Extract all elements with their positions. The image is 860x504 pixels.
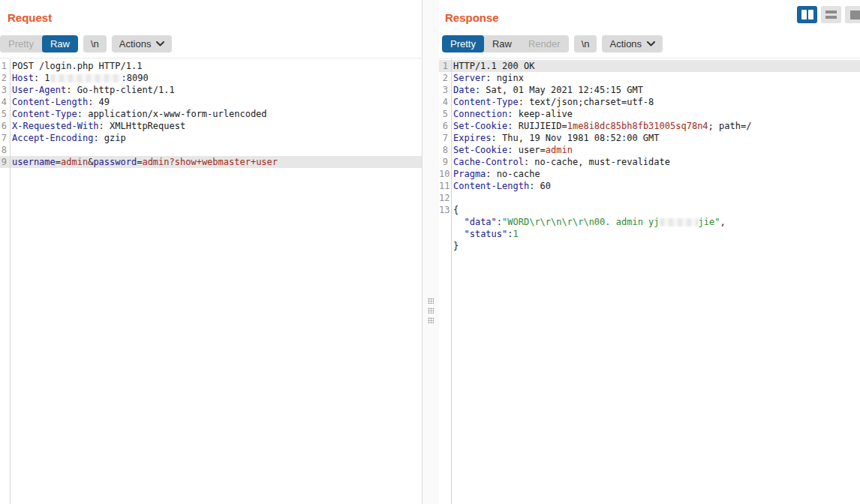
divider-drag-handle-icon[interactable] [428, 298, 434, 323]
request-panel: Request PrettyRaw \n Actions 1POST /logi… [0, 0, 422, 504]
line-number: 4 [0, 96, 9, 108]
line-content: "status":1 [453, 228, 519, 240]
response-actions-label: Actions [609, 38, 642, 50]
code-line[interactable]: 9Cache-Control: no-cache, must-revalidat… [439, 156, 860, 168]
code-line[interactable]: 11Content-Length: 60 [439, 180, 860, 192]
code-line[interactable]: 7Accept-Encoding: gzip [0, 132, 422, 144]
line-number: 5 [0, 108, 9, 120]
request-actions-label: Actions [119, 38, 152, 50]
line-number [439, 216, 450, 228]
request-title: Request [8, 11, 52, 24]
line-number: 9 [0, 156, 9, 168]
tab-pretty[interactable]: Pretty [442, 35, 484, 52]
line-content: X-Requested-With: XMLHttpRequest [12, 120, 185, 132]
split-rows-layout-button[interactable] [821, 6, 841, 23]
code-line[interactable]: 5Content-Type: application/x-www-form-ur… [0, 108, 422, 120]
code-line[interactable]: "status":1 [439, 228, 860, 240]
code-line[interactable]: 6Set-Cookie: RUIJIEID=1me8i8dc85bh8fb310… [439, 120, 860, 132]
request-header: Request [0, 0, 422, 25]
code-line[interactable]: 2Host: 1:8090 [0, 72, 422, 84]
chevron-down-icon [156, 41, 164, 46]
code-line[interactable]: 6X-Requested-With: XMLHttpRequest [0, 120, 422, 132]
code-line[interactable]: 7Expires: Thu, 19 Nov 1981 08:52:00 GMT [439, 132, 860, 144]
line-number [439, 240, 450, 252]
request-newline-toggle-button[interactable]: \n [83, 35, 107, 52]
line-content: Date: Sat, 01 May 2021 12:45:15 GMT [453, 84, 643, 96]
code-line[interactable]: 1POST /login.php HTTP/1.1 [0, 60, 422, 72]
code-line[interactable]: } [439, 240, 860, 252]
response-actions-button[interactable]: Actions [602, 35, 663, 52]
code-line[interactable]: 3User-Agent: Go-http-client/1.1 [0, 84, 422, 96]
line-content: Pragma: no-cache [453, 168, 540, 180]
code-line[interactable]: 2Server: nginx [439, 72, 860, 84]
line-number [439, 228, 450, 240]
code-line[interactable]: 1HTTP/1.1 200 OK [439, 60, 860, 72]
chevron-down-icon [647, 41, 655, 46]
response-newline-toggle-button[interactable]: \n [574, 35, 597, 52]
request-tabbar: PrettyRaw \n Actions [0, 25, 422, 58]
code-line[interactable]: 10Pragma: no-cache [439, 168, 860, 180]
line-content: "data":"WORD\r\r\n\r\r\n00. admin yjjie"… [453, 216, 726, 228]
line-content: Content-Length: 49 [12, 96, 110, 108]
split-columns-layout-button[interactable] [797, 6, 817, 23]
line-number: 2 [439, 72, 450, 84]
single-panel-layout-button[interactable] [845, 6, 860, 23]
code-line[interactable]: 8Set-Cookie: user=admin [439, 144, 860, 156]
line-content: Expires: Thu, 19 Nov 1981 08:52:00 GMT [453, 132, 660, 144]
code-line[interactable]: 9username=admin&password=admin?show+webm… [0, 156, 422, 168]
line-content: Content-Type: application/x-www-form-url… [12, 108, 267, 120]
line-content: Content-Length: 60 [453, 180, 551, 192]
line-content: } [453, 240, 459, 252]
split-columns-layout-icon [801, 10, 813, 20]
code-line[interactable]: 13{ [439, 204, 860, 216]
redacted-text [50, 74, 122, 82]
line-content: username=admin&password=admin?show+webma… [12, 156, 278, 168]
line-number: 10 [439, 168, 450, 180]
line-content: Server: nginx [453, 72, 524, 84]
line-number: 12 [439, 192, 450, 204]
line-number: 7 [439, 132, 450, 144]
line-number: 3 [439, 84, 450, 96]
line-number: 11 [439, 180, 450, 192]
tab-pretty: Pretty [0, 35, 42, 52]
redacted-text [660, 218, 699, 226]
line-content: HTTP/1.1 200 OK [453, 60, 534, 72]
line-number: 6 [0, 120, 9, 132]
single-panel-layout-icon [850, 10, 860, 20]
line-number: 7 [0, 132, 9, 144]
line-content: Cache-Control: no-cache, must-revalidate [453, 156, 670, 168]
response-tabbar: PrettyRawRender \n Actions [439, 25, 860, 58]
request-actions-button[interactable]: Actions [112, 35, 173, 52]
tab-raw[interactable]: Raw [484, 35, 520, 52]
line-content: { [453, 204, 459, 216]
code-line[interactable]: 4Content-Type: text/json;charset=utf-8 [439, 96, 860, 108]
request-editor[interactable]: 1POST /login.php HTTP/1.12Host: 1:80903U… [0, 58, 422, 504]
line-content: POST /login.php HTTP/1.1 [12, 60, 142, 72]
line-number: 8 [0, 144, 9, 156]
line-number: 8 [439, 144, 450, 156]
line-number: 1 [439, 60, 450, 72]
code-line[interactable]: 3Date: Sat, 01 May 2021 12:45:15 GMT [439, 84, 860, 96]
line-number: 13 [439, 204, 450, 216]
code-line[interactable]: 12 [439, 192, 860, 204]
line-number: 4 [439, 96, 450, 108]
message-editor-window: Request PrettyRaw \n Actions 1POST /logi… [0, 0, 860, 504]
line-number: 3 [0, 84, 9, 96]
panel-split-divider[interactable] [422, 0, 439, 504]
code-line[interactable]: 8 [0, 144, 422, 156]
line-number: 5 [439, 108, 450, 120]
layout-toggle-group [797, 6, 860, 23]
response-editor[interactable]: 1HTTP/1.1 200 OK2Server: nginx3Date: Sat… [439, 58, 860, 504]
tab-raw[interactable]: Raw [42, 35, 78, 52]
line-content: User-Agent: Go-http-client/1.1 [12, 84, 175, 96]
line-content: Connection: keep-alive [453, 108, 573, 120]
code-line[interactable]: 5Connection: keep-alive [439, 108, 860, 120]
line-content: Set-Cookie: RUIJIEID=1me8i8dc85bh8fb3100… [453, 120, 751, 132]
line-content: Accept-Encoding: gzip [12, 132, 126, 144]
line-number: 2 [0, 72, 9, 84]
code-line[interactable]: "data":"WORD\r\r\n\r\r\n00. admin yjjie"… [439, 216, 860, 228]
request-tab-group: PrettyRaw [0, 35, 78, 52]
response-title: Response [445, 11, 499, 24]
line-number: 1 [0, 60, 9, 72]
code-line[interactable]: 4Content-Length: 49 [0, 96, 422, 108]
